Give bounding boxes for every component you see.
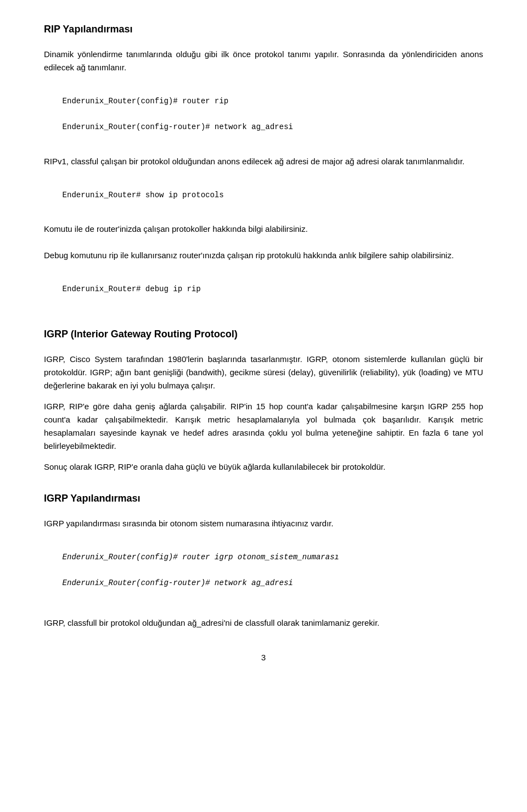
igrp-config-paragraph-1: IGRP yapılandırması sırasında bir otonom…: [44, 517, 483, 530]
code-line-1: Enderunix_Router(config)# router rip: [63, 97, 228, 105]
igrp-config-section-title: IGRP Yapılandırması: [44, 491, 483, 506]
rip-paragraph-4: Debug komutunu rip ile kullanırsanız rou…: [44, 249, 483, 262]
code-line-debug: Enderunix_Router# debug ip rip: [63, 285, 201, 293]
rip-paragraph-1: Dinamik yönlendirme tanımlarında olduğu …: [44, 48, 483, 74]
igrp-config-paragraph-2: IGRP, classfull bir protokol olduğundan …: [44, 616, 483, 630]
code-line-igrp-2: Enderunix_Router(config-router)# network…: [63, 579, 293, 587]
rip-paragraph-3: Komutu ile de router'inizda çalışan prot…: [44, 223, 483, 236]
rip-paragraph-2: RIPv1, classful çalışan bir protokol old…: [44, 155, 483, 168]
code-line-2: Enderunix_Router(config-router)# network…: [63, 123, 293, 131]
page-content: RIP Yapılandırması Dinamik yönlendirme t…: [44, 22, 483, 664]
code-block-rip-config: Enderunix_Router(config)# router rip End…: [44, 82, 483, 147]
page-number: 3: [44, 652, 483, 664]
code-line-show-ip: Enderunix_Router# show ip protocols: [63, 191, 224, 199]
igrp-paragraph-1: IGRP, Cisco System tarafından 1980'lerin…: [44, 353, 483, 392]
rip-section-title: RIP Yapılandırması: [44, 22, 483, 37]
code-block-show-ip: Enderunix_Router# show ip protocols: [44, 176, 483, 215]
code-line-igrp-1: Enderunix_Router(config)# router igrp ot…: [63, 553, 339, 561]
igrp-section-title: IGRP (Interior Gateway Routing Protocol): [44, 327, 483, 342]
igrp-paragraph-2: IGRP, RIP'e göre daha geniş ağlarda çalı…: [44, 400, 483, 453]
code-block-debug-rip: Enderunix_Router# debug ip rip: [44, 270, 483, 309]
igrp-paragraph-3: Sonuç olarak IGRP, RIP'e oranla daha güç…: [44, 460, 483, 474]
code-block-igrp-config: Enderunix_Router(config)# router igrp ot…: [44, 538, 483, 603]
